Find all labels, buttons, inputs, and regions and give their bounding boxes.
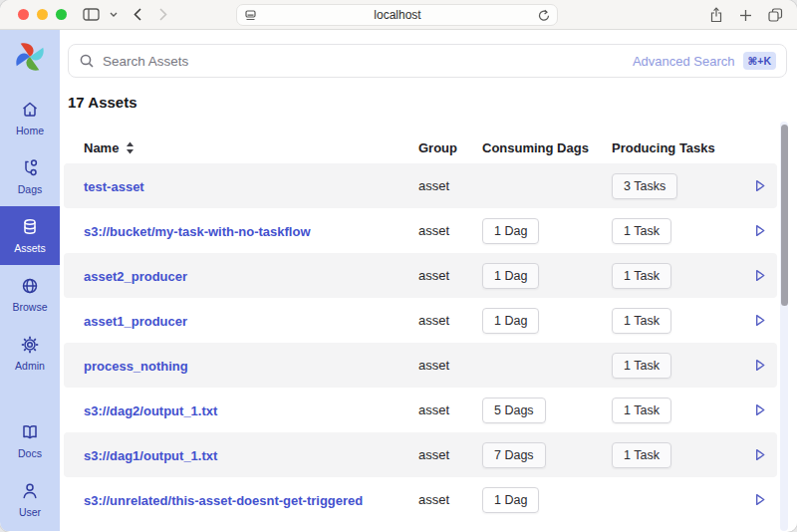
window-controls xyxy=(18,9,67,20)
consuming-dags-button[interactable]: 7 Dags xyxy=(482,442,546,468)
asset-name-link[interactable]: s3://dag1/output_1.txt xyxy=(84,448,217,463)
play-icon xyxy=(752,178,767,193)
admin-icon xyxy=(20,335,40,355)
search-input[interactable] xyxy=(103,54,633,69)
sidebar-item-label: Admin xyxy=(15,360,45,372)
sidebar-item-dags[interactable]: Dags xyxy=(0,147,60,206)
table-row: asset1_producer asset 1 Dag 1 Task xyxy=(64,298,777,343)
column-header-group: Group xyxy=(418,140,482,155)
consuming-dags-button[interactable]: 5 Dags xyxy=(482,398,546,423)
app-sidebar: Home Dags xyxy=(0,30,60,531)
table-body: test-asset asset 3 Tasks s3://bucket/my-… xyxy=(64,163,777,522)
advanced-search-link[interactable]: Advanced Search xyxy=(633,54,735,69)
table-row: test-asset asset 3 Tasks xyxy=(64,163,777,208)
trigger-asset-button[interactable] xyxy=(748,309,771,332)
column-header-producing-tasks: Producing Tasks xyxy=(612,140,741,155)
share-icon[interactable] xyxy=(709,7,723,23)
play-icon xyxy=(752,402,767,417)
consuming-dags-button[interactable]: 1 Dag xyxy=(482,308,539,334)
producing-tasks-button[interactable]: 3 Tasks xyxy=(612,173,677,199)
asset-name-link[interactable]: asset2_producer xyxy=(84,269,187,284)
consuming-dags-button[interactable]: 1 Dag xyxy=(482,487,539,513)
producing-tasks-button[interactable]: 1 Task xyxy=(612,218,671,244)
url-text: localhost xyxy=(257,8,538,22)
asset-group: asset xyxy=(418,358,482,373)
table-row: s3://unrelated/this-asset-doesnt-get-tri… xyxy=(64,477,777,522)
sidebar-item-docs[interactable]: Docs xyxy=(0,411,60,470)
zoom-window-button[interactable] xyxy=(56,9,67,20)
play-icon xyxy=(752,358,767,373)
sidebar-item-home[interactable]: Home xyxy=(0,89,60,147)
browser-window: localhost xyxy=(0,0,797,532)
sidebar-item-label: Assets xyxy=(14,242,46,254)
scrollbar-track[interactable] xyxy=(780,122,788,531)
assets-icon xyxy=(20,217,40,237)
consuming-dags-button[interactable]: 1 Dag xyxy=(482,218,539,244)
reload-icon[interactable] xyxy=(538,9,550,22)
asset-group: asset xyxy=(418,313,482,328)
table-row: process_nothing asset 1 Task xyxy=(64,343,777,388)
producing-tasks-button[interactable]: 1 Task xyxy=(612,353,671,379)
sidebar-item-assets[interactable]: Assets xyxy=(0,206,60,265)
trigger-asset-button[interactable] xyxy=(748,354,771,377)
sidebar-item-browse[interactable]: Browse xyxy=(0,265,60,324)
sidebar-item-label: Dags xyxy=(18,183,43,195)
asset-name-link[interactable]: asset1_producer xyxy=(84,314,187,329)
trigger-asset-button[interactable] xyxy=(748,264,771,287)
asset-name-link[interactable]: s3://dag2/output_1.txt xyxy=(84,403,217,418)
table-row: s3://dag2/output_1.txt asset 5 Dags 1 Ta… xyxy=(64,388,777,432)
assets-table: Name Group Consuming Dags Producing Task… xyxy=(64,132,777,522)
sidebar-item-label: Home xyxy=(16,125,44,136)
sidebar-item-label: Docs xyxy=(18,447,42,459)
sort-icon[interactable] xyxy=(126,141,134,154)
play-icon xyxy=(752,492,767,507)
shortcut-badge: ⌘+K xyxy=(743,52,776,70)
sidebar-item-user[interactable]: User xyxy=(0,470,60,529)
producing-tasks-button[interactable]: 1 Task xyxy=(612,308,671,334)
sidebar-toggle-icon[interactable] xyxy=(83,8,100,21)
play-icon xyxy=(752,447,767,462)
producing-tasks-button[interactable]: 1 Task xyxy=(612,263,671,289)
tab-overview-icon[interactable] xyxy=(768,8,783,22)
page-settings-icon[interactable] xyxy=(244,9,257,22)
dags-icon xyxy=(20,158,40,178)
asset-name-link[interactable]: s3://bucket/my-task-with-no-taskflow xyxy=(84,224,311,239)
browser-toolbar: localhost xyxy=(0,0,797,30)
back-button[interactable] xyxy=(133,8,141,21)
play-icon xyxy=(752,268,767,283)
browse-icon xyxy=(20,276,40,296)
scrollbar-thumb[interactable] xyxy=(781,125,788,306)
producing-tasks-button[interactable]: 1 Task xyxy=(612,398,671,423)
address-bar[interactable]: localhost xyxy=(236,4,558,26)
trigger-asset-button[interactable] xyxy=(748,443,771,466)
producing-tasks-button[interactable]: 1 Task xyxy=(612,442,671,468)
consuming-dags-button[interactable]: 1 Dag xyxy=(482,263,539,289)
table-row: s3://dag1/output_1.txt asset 7 Dags 1 Ta… xyxy=(64,432,777,477)
asset-name-link[interactable]: test-asset xyxy=(84,179,144,194)
asset-group: asset xyxy=(418,402,482,417)
chevron-down-icon[interactable] xyxy=(110,12,118,17)
close-window-button[interactable] xyxy=(18,9,29,20)
asset-name-link[interactable]: s3://unrelated/this-asset-doesnt-get-tri… xyxy=(84,493,363,508)
table-row: s3://bucket/my-task-with-no-taskflow ass… xyxy=(64,208,777,253)
trigger-asset-button[interactable] xyxy=(748,488,771,511)
asset-search-bar: Advanced Search ⌘+K xyxy=(68,44,787,78)
home-icon xyxy=(20,100,40,120)
sidebar-item-admin[interactable]: Admin xyxy=(0,324,60,383)
trigger-asset-button[interactable] xyxy=(748,219,771,242)
column-header-consuming-dags: Consuming Dags xyxy=(482,140,612,155)
forward-button[interactable] xyxy=(159,8,167,21)
asset-group: asset xyxy=(418,223,482,238)
new-tab-icon[interactable] xyxy=(739,9,752,22)
table-row: asset2_producer asset 1 Dag 1 Task xyxy=(64,253,777,298)
airflow-logo[interactable] xyxy=(12,39,48,79)
minimize-window-button[interactable] xyxy=(37,9,48,20)
docs-icon xyxy=(20,422,40,442)
trigger-asset-button[interactable] xyxy=(748,174,771,197)
asset-name-link[interactable]: process_nothing xyxy=(84,359,188,374)
asset-group: asset xyxy=(418,268,482,283)
trigger-asset-button[interactable] xyxy=(748,399,771,421)
sidebar-item-label: Browse xyxy=(12,301,47,313)
table-header-row: Name Group Consuming Dags Producing Task… xyxy=(64,132,777,163)
sidebar-item-label: User xyxy=(19,506,41,518)
